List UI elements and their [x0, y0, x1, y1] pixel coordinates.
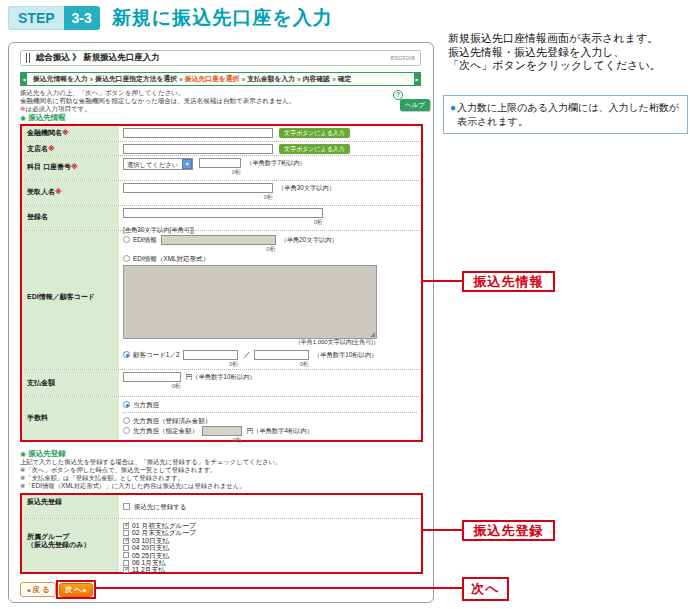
transfer-register-table: 振込先登録 振込先に登録する 所属グループ（振込先登録のみ） 01 月初支払グル…	[20, 493, 423, 574]
bullet-icon: ●	[450, 101, 456, 128]
bank-screenshot-panel: 総合振込 》 新規振込先口座入力 BSGF008 ◀ 振込元情報を入力 » 振込…	[8, 42, 434, 603]
branch-name-input[interactable]	[123, 144, 273, 154]
fee-row: 手数料 当方負担 先方負担（登録済み金額） 先方負担（指定金額） 0桁 円（半角…	[22, 396, 421, 440]
payee-label: 受取人名※	[22, 181, 119, 205]
digit-counter: 0桁	[183, 361, 238, 367]
edi-xml-textarea[interactable]	[123, 265, 377, 339]
account-type-select[interactable]: 選択してください▼	[123, 158, 193, 170]
transfer-info-table: 金融機関名※ 文字ボタンによる入力 支店名※ 文字ボタンによる入力 科目 口座番…	[20, 124, 423, 442]
instruction-line-1: 新規振込先口座情報画面が表示されます。	[448, 32, 661, 46]
fee-own-radio[interactable]	[123, 401, 130, 408]
callout-line-register	[422, 529, 462, 531]
page-title: 新規に振込先口座を入力	[112, 5, 333, 31]
callout-line-info	[422, 280, 462, 282]
step-header: STEP 3-3 新規に振込先口座を入力	[8, 5, 333, 31]
slash-separator: ／	[243, 351, 250, 358]
branch-name-row: 支店名※ 文字ボタンによる入力	[22, 141, 421, 155]
registered-name-input[interactable]	[123, 208, 323, 218]
breadcrumb-separator: »	[241, 76, 245, 83]
back-button[interactable]: ◀戻 る	[20, 582, 56, 597]
breadcrumb-cap-left-icon: ◀	[21, 73, 27, 85]
digit-counter: 0桁	[123, 194, 273, 200]
register-row: 振込先登録 振込先に登録する	[22, 495, 421, 518]
digit-counter: 0桁	[202, 437, 242, 443]
breadcrumb-cap-right-icon: ▶	[414, 73, 420, 85]
fee-amount-input[interactable]	[202, 426, 242, 436]
branch-name-label: 支店名※	[22, 142, 119, 155]
edi-info-radio[interactable]	[123, 236, 130, 243]
payee-hint: （半角30文字以内）	[278, 184, 335, 191]
next-arrow-icon: ▶	[83, 587, 87, 593]
intro-line-1: 振込先を入力の上、「次へ」ボタンを押してください。	[20, 89, 295, 97]
group-item: 05 25日支払	[123, 552, 417, 559]
edi-textarea-hint: （半角1,000文字以内[全角可]）	[123, 339, 379, 346]
bank-name-char-button[interactable]: 文字ボタンによる入力	[279, 128, 350, 138]
account-number-input[interactable]	[199, 158, 241, 168]
customer-code-input-1[interactable]	[183, 350, 238, 360]
payment-amount-input[interactable]	[123, 372, 181, 382]
group-checkbox-01[interactable]	[123, 523, 129, 529]
breadcrumb-separator: »	[297, 76, 301, 83]
section-transfer-info: ◉ 振込先情報	[20, 113, 66, 123]
registered-name-label: 登録名	[22, 206, 119, 230]
account-hint: （半角数字7桁以内）	[246, 159, 306, 166]
group-item: 11 2月支払	[123, 566, 417, 573]
note-line: ※「次へ」ボタンを押した時点で、振込先一覧として登録されます。	[20, 466, 281, 474]
edi-label: EDI情報／顧客コード	[22, 231, 119, 369]
screen-code: BSGF008	[391, 55, 415, 61]
callout-transfer-register: 振込先登録	[462, 520, 555, 541]
fee-label: 手数料	[22, 397, 119, 440]
payment-amount-label: 支払金額	[22, 370, 119, 396]
group-label: 所属グループ（振込先登録のみ）	[22, 519, 119, 572]
group-checkbox-04[interactable]	[123, 545, 129, 551]
customer-code-input-2[interactable]	[254, 350, 309, 360]
group-checkbox-05[interactable]	[123, 552, 129, 558]
section-marker-icon: ◉	[20, 114, 26, 121]
next-button-highlight: 次 へ▶	[56, 580, 96, 599]
fee-other-registered-radio[interactable]	[123, 417, 130, 424]
bank-name-label: 金融機関名※	[22, 126, 119, 141]
register-label: 振込先登録	[22, 495, 119, 518]
branch-name-char-button[interactable]: 文字ボタンによる入力	[279, 144, 350, 154]
bank-name-input[interactable]	[123, 128, 273, 138]
note-box-text: 入力数に上限のある入力欄には、入力した桁数が表示されます。	[457, 101, 681, 128]
instruction-line-2: 振込先情報・振込先登録を入力し、	[448, 46, 661, 60]
intro-line-3: ※は必須入力項目です。	[20, 105, 295, 113]
digit-counter: 0桁	[161, 246, 276, 252]
registered-name-row: 登録名 0桁 [全角30文字以内[半角可]]	[22, 205, 421, 230]
intro-line-2: 金融機関名に有効な金融機関を指定しなかった場合は、支店名候補は自動で表示されませ…	[20, 97, 295, 105]
breadcrumb-step-5: 内容確認	[303, 74, 330, 84]
payee-row: 受取人名※ 0桁 （半角30文字以内）	[22, 180, 421, 205]
edi-xml-radio[interactable]	[123, 255, 130, 262]
register-checkbox[interactable]	[123, 503, 130, 510]
breadcrumb-separator: »	[332, 76, 336, 83]
edi-row: EDI情報／顧客コード EDI情報 0桁 （半角20文字以内） EDI情報（XM…	[22, 230, 421, 369]
customer-code-radio[interactable]	[123, 351, 130, 358]
title-bars-icon	[26, 53, 30, 63]
edi-info-input[interactable]	[161, 235, 276, 245]
callout-transfer-info: 振込先情報	[462, 271, 555, 292]
register-notes: 上記で入力した振込先を登録する場合は、「振込先に登録する」をチェックしてください…	[20, 458, 281, 490]
group-checkbox-03[interactable]	[123, 538, 129, 544]
back-arrow-icon: ◀	[26, 587, 30, 593]
help-button[interactable]: ヘルプ	[400, 99, 430, 111]
fee-other-specified-radio[interactable]	[123, 427, 130, 434]
note-line: ※「支払金額」は「登録支払金額」として登録されます。	[20, 474, 281, 482]
instruction-line-3: 「次へ」ボタンをクリックしてください。	[448, 59, 661, 73]
next-button[interactable]: 次 へ▶	[59, 583, 93, 597]
group-row: 所属グループ（振込先登録のみ） 01 月初支払グループ 02 月末支払グループ …	[22, 518, 421, 572]
breadcrumb-step-3-current: 振込先口座を選択	[185, 74, 240, 84]
instruction-text: 新規振込先口座情報画面が表示されます。 振込先情報・振込先登録を入力し、 「次へ…	[448, 32, 661, 73]
screen-titlebar: 総合振込 》 新規振込先口座入力 BSGF008	[20, 50, 421, 66]
screen-title: 総合振込 》 新規振込先口座入力	[36, 52, 391, 64]
breadcrumb-step-4: 支払金額を入力	[247, 74, 295, 84]
group-item: 03 10日支払	[123, 537, 417, 544]
account-label: 科目 口座番号※	[22, 156, 119, 180]
breadcrumb-step-2: 振込先口座指定方法を選択	[95, 74, 177, 84]
group-checkbox-11[interactable]	[123, 567, 129, 573]
callout-next: 次へ	[462, 577, 509, 601]
breadcrumb-step-1: 振込元情報を入力	[33, 74, 88, 84]
payee-name-input[interactable]	[123, 183, 273, 193]
breadcrumb-step-6: 確定	[338, 74, 352, 84]
breadcrumb-separator: »	[90, 76, 94, 83]
